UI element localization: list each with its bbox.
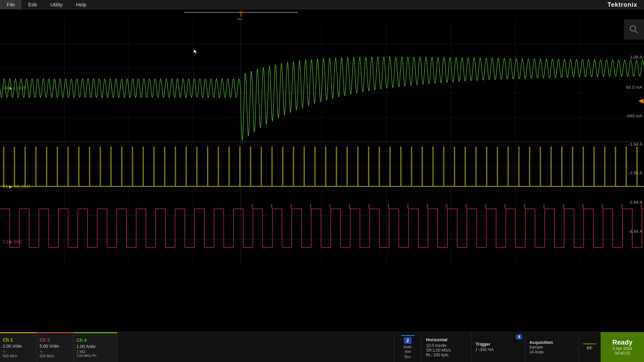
y-label-5: -2.94 A xyxy=(629,170,642,175)
menu-utility[interactable]: Utility xyxy=(44,0,69,9)
ready-date: 5 Apr 2024 xyxy=(612,346,632,351)
ch3-label[interactable]: C3 ▶ ENC xyxy=(1,239,24,245)
ready-label: Ready xyxy=(612,339,632,346)
svg-point-19 xyxy=(630,26,636,31)
ch4-impedance: 1 MΩ xyxy=(76,350,114,354)
math-ref-line xyxy=(401,335,415,336)
acquisition-title: Acquisition xyxy=(529,340,575,345)
oscilloscope-display[interactable]: 1.06 A 60.0 mA -940 mA -1.94 A -2.94 A -… xyxy=(0,19,644,264)
ch1-label[interactable]: C1 ▶ RC_OUT xyxy=(1,184,32,189)
rf-label: RF xyxy=(587,346,592,351)
magnifier-icon[interactable] xyxy=(624,19,644,40)
rf-line xyxy=(583,344,596,344)
y-label-2: 60.0 mA xyxy=(626,85,642,90)
trigger-panel[interactable]: 4 Trigger / -340 mA xyxy=(471,332,525,362)
ready-panel[interactable]: Ready 5 Apr 2024 04:40:32 xyxy=(600,332,644,362)
ch4-bw: 120 MHz Bw xyxy=(76,354,114,358)
ch1-icon: ∿ xyxy=(3,350,34,354)
menubar: File Edit Utility Help Tektronix xyxy=(0,0,644,9)
horizontal-title: Horizontal xyxy=(426,337,467,342)
svg-line-20 xyxy=(635,31,638,33)
horizontal-panel[interactable]: Horizontal 10.0 ms/div SR:1.00 MS/s RL: … xyxy=(421,332,471,362)
ch1-bw: 500 MHz xyxy=(3,354,34,358)
mid-spacer xyxy=(117,332,394,362)
acquisition-count: 14 Acqs xyxy=(529,350,575,354)
trigger-level: -340 mA xyxy=(478,347,493,352)
ch1-info[interactable]: Ch 1 2.00 V/div ∿ 500 MHz xyxy=(0,332,37,362)
ch4-title: Ch 4 xyxy=(76,338,114,343)
dots-menu[interactable]: ⋮ xyxy=(633,145,641,152)
ch3-info[interactable]: Ch 3 5.00 V/div ∿ 500 MHz xyxy=(37,332,74,362)
horizontal-record-length: RL: 100 kpts xyxy=(426,353,467,357)
ch3-icon: ∿ xyxy=(40,350,71,354)
menu-file[interactable]: File xyxy=(0,0,21,9)
trigger-title: Trigger xyxy=(476,342,521,347)
ch1-vdiv: 2.00 V/div xyxy=(3,343,34,349)
rf-panel[interactable]: RF xyxy=(579,332,600,362)
menu-help[interactable]: Help xyxy=(69,0,93,9)
svg-marker-21 xyxy=(194,50,197,54)
y-label-3: -940 mA xyxy=(626,113,642,118)
trigger-marker-t[interactable]: T xyxy=(239,9,243,19)
math-ref-number: 2 xyxy=(404,337,412,344)
horizontal-time-div: 10.0 ms/div xyxy=(426,343,467,348)
ready-time: 04:40:32 xyxy=(614,351,630,356)
math-ref-bus-panel[interactable]: 2 MathRefBus xyxy=(394,332,421,362)
ch3-title: Ch 3 xyxy=(40,337,71,343)
ch4-label[interactable]: C4 ▶ I_OUT xyxy=(1,85,27,91)
acquisition-panel[interactable]: Acquisition Sample 14 Acqs xyxy=(525,332,579,362)
math-ref-label: MathRefBus xyxy=(404,345,412,359)
waveform-canvas xyxy=(0,19,644,264)
ch4-vdiv: 1.00 A/div xyxy=(76,344,114,350)
tektronix-logo: Tektronix xyxy=(607,1,637,8)
bottombar: Ch 1 2.00 V/div ∿ 500 MHz Ch 3 5.00 V/di… xyxy=(0,332,644,362)
y-label-1: 1.06 A xyxy=(630,55,642,60)
mouse-cursor xyxy=(194,49,198,53)
menu-edit[interactable]: Edit xyxy=(21,0,44,9)
acquisition-mode: Sample xyxy=(529,345,575,350)
horizontal-sample-rate: SR:1.00 MS/s xyxy=(426,348,467,353)
trigger-bar: T xyxy=(0,9,644,19)
ch4-info[interactable]: Ch 4 1.00 A/div 1 MΩ 120 MHz Bw xyxy=(74,332,117,362)
y-label-7: -4.94 A xyxy=(629,229,642,234)
channel-position-arrow[interactable]: ◀ xyxy=(638,97,643,105)
ch3-vdiv: 5.00 V/div xyxy=(40,343,71,349)
ch1-title: Ch 1 xyxy=(3,337,34,343)
y-label-6: -3.94 A xyxy=(629,200,642,205)
trigger-details: / -340 mA xyxy=(476,347,521,353)
trigger-channel-badge: 4 xyxy=(516,334,522,340)
ch3-bw: 500 MHz xyxy=(40,354,71,358)
trigger-slope-icon: / xyxy=(476,347,477,353)
